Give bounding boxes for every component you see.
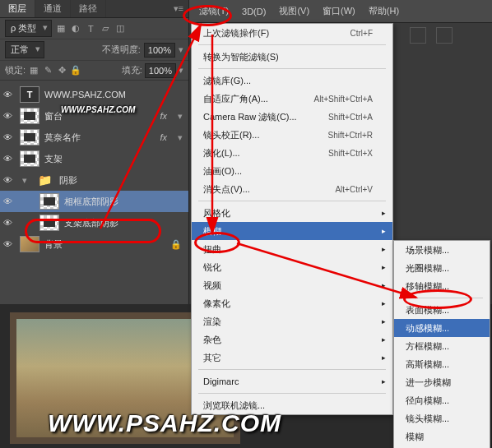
layer-thumbnail[interactable] bbox=[20, 150, 39, 167]
layer-row[interactable]: 👁相框底部阴影 bbox=[0, 191, 188, 212]
menu-item[interactable]: 锐化 bbox=[192, 258, 392, 276]
menu-item[interactable]: 视频 bbox=[192, 276, 392, 294]
layer-row[interactable]: 👁莫奈名作fx▾ bbox=[0, 127, 188, 148]
submenu-item[interactable]: 光圈模糊... bbox=[394, 259, 490, 277]
filter-shape-icon[interactable]: ▱ bbox=[100, 23, 111, 35]
menu-item[interactable]: 像素化 bbox=[192, 294, 392, 312]
fx-badge[interactable]: fx bbox=[160, 132, 167, 142]
layer-name[interactable]: 相框底部阴影 bbox=[64, 196, 185, 208]
layer-thumbnail[interactable] bbox=[20, 129, 39, 145]
menu-item-label: 上次滤镜操作(F) bbox=[203, 27, 269, 39]
lock-all-icon[interactable]: 🔒 bbox=[70, 65, 81, 76]
opacity-value[interactable]: 100% bbox=[144, 43, 175, 58]
opacity-label: 不透明度: bbox=[102, 44, 141, 56]
menu-item-label: 扭曲 bbox=[203, 243, 221, 256]
submenu-item[interactable]: 镜头模糊... bbox=[394, 409, 490, 427]
submenu-item[interactable]: 径向模糊... bbox=[394, 391, 490, 409]
menu-shortcut: Alt+Ctrl+V bbox=[335, 185, 373, 194]
menu-item[interactable]: 自适应广角(A)...Alt+Shift+Ctrl+A bbox=[192, 90, 392, 108]
layer-row[interactable]: 👁背景🔒 bbox=[0, 233, 188, 255]
submenu-item[interactable]: 移轴模糊... bbox=[394, 277, 490, 295]
filter-adjust-icon[interactable]: ◐ bbox=[70, 23, 81, 35]
layer-thumbnail[interactable] bbox=[20, 236, 39, 252]
menu-item[interactable]: 镜头校正(R)...Shift+Ctrl+R bbox=[192, 126, 392, 144]
menu-item-label: 滤镜库(G)... bbox=[203, 75, 251, 87]
menu-item[interactable]: 其它 bbox=[192, 349, 392, 367]
menu-item[interactable]: 模糊 bbox=[192, 222, 392, 240]
layer-row[interactable]: 👁▾📁阴影 bbox=[0, 169, 188, 191]
menu-window[interactable]: 窗口(W) bbox=[316, 2, 362, 21]
blend-mode-select[interactable]: 正常 bbox=[5, 41, 44, 58]
visibility-icon[interactable]: 👁 bbox=[3, 175, 15, 185]
visibility-icon[interactable]: 👁 bbox=[3, 111, 15, 121]
layer-name[interactable]: 莫奈名作 bbox=[44, 132, 155, 144]
menu-shortcut: Shift+Ctrl+R bbox=[328, 131, 373, 140]
visibility-icon[interactable]: 👁 bbox=[3, 90, 15, 99]
menu-item[interactable]: 液化(L)...Shift+Ctrl+X bbox=[192, 144, 392, 162]
watermark-small: WWW.PSAHZ.COM bbox=[61, 105, 135, 114]
menu-help[interactable]: 帮助(H) bbox=[362, 2, 406, 21]
menu-item[interactable]: 消失点(V)...Alt+Ctrl+V bbox=[192, 180, 392, 198]
menu-item[interactable]: Digimarc bbox=[192, 372, 392, 390]
visibility-icon[interactable]: 👁 bbox=[3, 154, 15, 164]
menu-item[interactable]: 滤镜库(G)... bbox=[192, 72, 392, 90]
submenu-item[interactable]: 方框模糊... bbox=[394, 337, 490, 355]
tab-layers[interactable]: 图层 bbox=[0, 0, 35, 17]
fill-value[interactable]: 100% bbox=[145, 63, 176, 78]
menu-item-label: 消失点(V)... bbox=[203, 183, 250, 196]
visibility-icon[interactable]: 👁 bbox=[3, 196, 15, 206]
layer-row[interactable]: 👁支架底部阴影 bbox=[0, 212, 188, 233]
submenu-item[interactable]: 场景模糊... bbox=[394, 241, 490, 259]
filter-text-icon[interactable]: T bbox=[85, 23, 96, 35]
fx-toggle-icon[interactable]: ▾ bbox=[175, 111, 185, 122]
filter-image-icon[interactable]: ▦ bbox=[55, 23, 67, 35]
layer-name[interactable]: 支架底部阴影 bbox=[64, 217, 185, 229]
menu-item[interactable]: 上次滤镜操作(F)Ctrl+F bbox=[192, 24, 392, 42]
menu-filter[interactable]: 滤镜(T) bbox=[193, 2, 235, 21]
menu-item[interactable]: 油画(O)... bbox=[192, 162, 392, 180]
lock-position-icon[interactable]: ✥ bbox=[56, 65, 67, 76]
submenu-item[interactable]: 模糊 bbox=[394, 427, 490, 446]
panel-menu-icon[interactable]: ▾≡ bbox=[169, 3, 188, 14]
menu-item[interactable]: 杂色 bbox=[192, 330, 392, 349]
fx-badge[interactable]: fx bbox=[160, 111, 167, 121]
menu-view[interactable]: 视图(V) bbox=[272, 2, 316, 21]
layer-thumbnail[interactable] bbox=[39, 215, 59, 231]
tool-icon-1[interactable] bbox=[410, 27, 426, 44]
lock-pixels-icon[interactable]: ✎ bbox=[42, 65, 53, 76]
lock-transparency-icon[interactable]: ▦ bbox=[28, 65, 39, 76]
layer-thumbnail[interactable] bbox=[20, 108, 39, 124]
menu-item[interactable]: 风格化 bbox=[192, 204, 392, 222]
menu-item-label: 油画(O)... bbox=[203, 165, 242, 178]
menu-item-label: Camera Raw 滤镜(C)... bbox=[203, 111, 297, 123]
visibility-icon[interactable]: 👁 bbox=[3, 132, 15, 142]
tool-icon-2[interactable] bbox=[436, 27, 453, 44]
layer-filter-type[interactable]: ρ 类型 bbox=[5, 20, 52, 37]
layer-thumbnail[interactable]: T bbox=[20, 86, 39, 103]
visibility-icon[interactable]: 👁 bbox=[3, 239, 15, 249]
tab-paths[interactable]: 路径 bbox=[71, 0, 106, 17]
tab-channels[interactable]: 通道 bbox=[35, 0, 71, 17]
submenu-item[interactable]: 动感模糊... bbox=[394, 319, 490, 337]
fx-toggle-icon[interactable]: ▾ bbox=[175, 132, 185, 143]
layer-thumbnail[interactable]: 📁 bbox=[35, 172, 54, 188]
submenu-item[interactable]: 表面模糊... bbox=[394, 301, 490, 319]
menu-item[interactable]: 渲染 bbox=[192, 312, 392, 330]
visibility-icon[interactable]: 👁 bbox=[3, 218, 15, 228]
menu-item[interactable]: 扭曲 bbox=[192, 240, 392, 258]
layer-name[interactable]: 阴影 bbox=[59, 174, 185, 187]
folder-toggle-icon[interactable]: ▾ bbox=[20, 175, 30, 186]
menu-item[interactable]: 转换为智能滤镜(S) bbox=[192, 48, 392, 66]
menu-item[interactable]: Camera Raw 滤镜(C)...Shift+Ctrl+A bbox=[192, 108, 392, 126]
layer-name[interactable]: WWW.PSAHZ.COM bbox=[44, 90, 185, 99]
layer-thumbnail[interactable] bbox=[39, 193, 59, 210]
submenu-item[interactable]: 高斯模糊... bbox=[394, 355, 490, 373]
submenu-item[interactable]: 进一步模糊 bbox=[394, 373, 490, 391]
layer-row[interactable]: 👁支架 bbox=[0, 148, 188, 169]
layer-name[interactable]: 背景 bbox=[44, 238, 165, 251]
menu-3d[interactable]: 3D(D) bbox=[235, 3, 272, 20]
layer-row[interactable]: 👁TWWW.PSAHZ.COM bbox=[0, 84, 188, 105]
layer-name[interactable]: 支架 bbox=[44, 153, 185, 165]
filter-smart-icon[interactable]: ◫ bbox=[114, 23, 126, 35]
submenu-label: 移轴模糊... bbox=[406, 280, 449, 293]
